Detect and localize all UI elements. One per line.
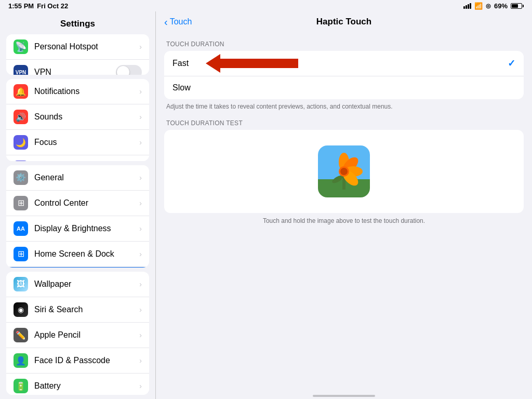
focus-icon: 🌙 [14, 135, 28, 150]
right-panel: ‹ Touch Haptic Touch TOUCH DURATION Fast… [156, 11, 532, 399]
chevron-icon: › [139, 250, 142, 258]
control-center-label: Control Center [34, 198, 131, 208]
face-id-label: Face ID & Passcode [34, 356, 131, 365]
page-title: Haptic Touch [316, 17, 371, 27]
screen-time-icon: ⏱ [14, 161, 28, 161]
flower-image [318, 145, 370, 197]
sounds-icon: 🔊 [14, 110, 28, 124]
touch-duration-section-label: TOUCH DURATION [166, 41, 522, 48]
sidebar-item-vpn[interactable]: VPN VPN [6, 60, 149, 75]
general-label: General [34, 173, 131, 182]
control-center-icon: ⊞ [14, 196, 28, 210]
vpn-toggle[interactable] [116, 65, 142, 75]
sidebar-title: Settings [0, 11, 155, 34]
date: Fri Oct 22 [37, 2, 68, 10]
sidebar-item-home-screen[interactable]: ⊞ Home Screen & Dock › [6, 242, 149, 267]
sidebar-item-screen-time[interactable]: ⏱ Screen Time › [6, 155, 149, 161]
battery-icon [511, 3, 524, 9]
nav-bar: ‹ Touch Haptic Touch [156, 11, 532, 32]
signal-icon [463, 3, 471, 9]
sidebar-section-2: 🔔 Notifications › 🔊 Sounds › 🌙 Focus › [6, 79, 149, 161]
chevron-icon: › [139, 113, 142, 121]
time: 1:55 PM [8, 2, 34, 10]
focus-label: Focus [34, 138, 131, 147]
sidebar-item-focus[interactable]: 🌙 Focus › [6, 130, 149, 155]
chevron-icon: › [139, 43, 142, 51]
sidebar-item-wallpaper[interactable]: 🖼 Wallpaper › [6, 272, 149, 297]
personal-hotspot-label: Personal Hotspot [34, 42, 131, 51]
arrow-annotation [206, 54, 298, 73]
battery-settings-icon: 🔋 [14, 379, 28, 393]
checkmark-icon: ✓ [508, 58, 515, 69]
chevron-icon: › [139, 174, 142, 182]
bottom-bar [156, 391, 532, 399]
chevron-icon: › [139, 280, 142, 288]
siri-icon: ◉ [14, 302, 28, 317]
sidebar-item-general[interactable]: ⚙️ General › [6, 165, 149, 191]
back-button[interactable]: ‹ Touch [164, 16, 192, 28]
vpn-icon: VPN [14, 65, 28, 75]
battery-percent: 69% [494, 2, 508, 10]
option-slow-label: Slow [172, 83, 191, 92]
status-icons: 📶 ◎ 69% [463, 2, 524, 10]
notifications-label: Notifications [34, 87, 131, 96]
wallpaper-icon: 🖼 [14, 277, 28, 291]
sidebar-item-apple-pencil[interactable]: ✏️ Apple Pencil › [6, 323, 149, 348]
face-id-icon: 👤 [14, 353, 28, 368]
chevron-icon: › [139, 382, 142, 390]
location-icon: ◎ [486, 3, 491, 9]
touch-duration-description: Adjust the time it takes to reveal conte… [166, 102, 522, 111]
touch-duration-test-label: TOUCH DURATION TEST [166, 119, 522, 127]
sidebar-section-4: 🖼 Wallpaper › ◉ Siri & Search › ✏️ Apple… [6, 272, 149, 395]
chevron-icon: › [139, 138, 142, 147]
wifi-icon: 📶 [474, 2, 483, 10]
sidebar: Settings 📡 Personal Hotspot › VPN VPN [0, 11, 156, 399]
back-chevron-icon: ‹ [164, 16, 168, 28]
svg-point-10 [340, 168, 348, 175]
home-indicator [313, 395, 375, 397]
vpn-label: VPN [34, 68, 110, 75]
sidebar-item-siri-search[interactable]: ◉ Siri & Search › [6, 297, 149, 323]
status-bar: 1:55 PM Fri Oct 22 📶 ◎ 69% [0, 0, 532, 11]
status-time-area: 1:55 PM Fri Oct 22 [8, 2, 68, 10]
option-slow-row[interactable]: Slow [164, 76, 524, 99]
touch-duration-card: Fast ✓ Slow [164, 51, 524, 99]
display-label: Display & Brightness [34, 224, 131, 233]
sidebar-item-face-id[interactable]: 👤 Face ID & Passcode › [6, 348, 149, 374]
option-fast-row[interactable]: Fast ✓ [164, 51, 524, 76]
sidebar-item-battery[interactable]: 🔋 Battery › [6, 374, 149, 395]
arrow-shaft [220, 59, 298, 68]
flower-svg [318, 145, 370, 197]
arrow-head-icon [206, 54, 220, 73]
chevron-icon: › [139, 87, 142, 96]
general-icon: ⚙️ [14, 170, 28, 185]
sidebar-section-3: ⚙️ General › ⊞ Control Center › AA Displ… [6, 165, 149, 268]
personal-hotspot-icon: 📡 [14, 39, 28, 54]
home-screen-label: Home Screen & Dock [34, 249, 131, 259]
chevron-icon: › [139, 356, 142, 365]
chevron-icon: › [139, 331, 142, 339]
display-icon: AA [14, 221, 28, 236]
siri-label: Siri & Search [34, 305, 131, 314]
sidebar-item-display[interactable]: AA Display & Brightness › [6, 216, 149, 242]
notifications-icon: 🔔 [14, 84, 28, 99]
sounds-label: Sounds [34, 112, 131, 122]
home-screen-icon: ⊞ [14, 247, 28, 261]
main-layout: Settings 📡 Personal Hotspot › VPN VPN [0, 11, 532, 399]
battery-label: Battery [34, 381, 131, 391]
apple-pencil-icon: ✏️ [14, 328, 28, 342]
content-area: TOUCH DURATION Fast ✓ Slow Adjust the ti… [156, 32, 532, 391]
back-label: Touch [170, 17, 192, 26]
wallpaper-label: Wallpaper [34, 280, 131, 289]
touch-duration-test-card[interactable] [164, 130, 524, 213]
sidebar-item-control-center[interactable]: ⊞ Control Center › [6, 191, 149, 216]
chevron-icon: › [139, 224, 142, 233]
sidebar-item-sounds[interactable]: 🔊 Sounds › [6, 104, 149, 130]
test-description: Touch and hold the image above to test t… [166, 217, 522, 224]
sidebar-item-accessibility[interactable]: ♿ Accessibility › [6, 267, 149, 268]
sidebar-item-notifications[interactable]: 🔔 Notifications › [6, 79, 149, 104]
sidebar-item-personal-hotspot[interactable]: 📡 Personal Hotspot › [6, 34, 149, 60]
chevron-icon: › [139, 305, 142, 314]
option-fast-label: Fast [172, 59, 189, 68]
sidebar-section-1: 📡 Personal Hotspot › VPN VPN [6, 34, 149, 75]
